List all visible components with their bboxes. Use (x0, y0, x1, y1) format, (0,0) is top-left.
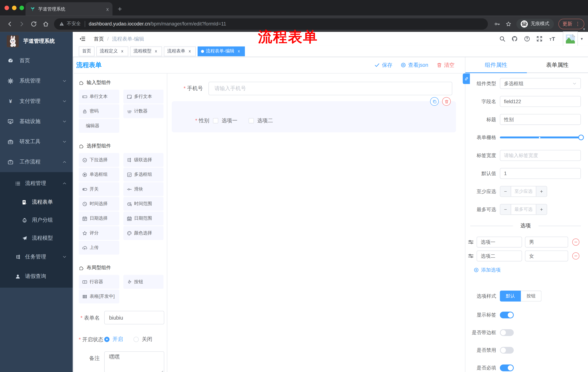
sidebar-fold-icon[interactable] (79, 36, 85, 42)
component-color-picker[interactable]: 颜色选择 (123, 226, 164, 240)
tag-close-icon[interactable]: x (187, 49, 192, 54)
status-radio-on[interactable]: 开启 (104, 336, 123, 343)
component-password[interactable]: 密码 (79, 104, 119, 118)
remove-option-button[interactable] (572, 238, 579, 245)
option1-label-input[interactable] (477, 237, 522, 247)
component-date-picker[interactable]: 日期选择 (79, 212, 119, 225)
disabled-switch[interactable] (500, 347, 514, 354)
sidebar-item-home[interactable]: 首页 (0, 51, 73, 71)
component-rate[interactable]: 评分 (79, 226, 119, 240)
show-label-switch[interactable] (500, 312, 514, 318)
tag-process-model[interactable]: 流程模型 x (130, 46, 162, 56)
form-canvas[interactable]: 手机号 请输入手机号 性 (167, 74, 465, 372)
not-secure-label[interactable]: 不安全 (67, 21, 81, 27)
checkbox-option2[interactable] (249, 118, 254, 123)
not-secure-warning-icon[interactable] (59, 21, 64, 26)
search-icon[interactable] (499, 36, 505, 42)
sidebar-item-leave-query[interactable]: 请假查询 (0, 267, 73, 286)
component-upload[interactable]: 上传 (79, 241, 119, 255)
tab-component-props[interactable]: 组件属性 (465, 57, 527, 73)
clear-button[interactable]: 清空 (436, 62, 454, 68)
bookmark-star-icon[interactable] (505, 21, 512, 27)
tab-form-props[interactable]: 表单属性 (527, 57, 588, 73)
browser-menu-dots-icon[interactable]: ⋮ (575, 21, 580, 27)
form-grid-slider[interactable] (500, 132, 581, 143)
help-question-icon[interactable] (524, 36, 530, 42)
sidebar-item-payment[interactable]: ¥ 支付管理 (0, 91, 73, 111)
browser-tab[interactable]: 芋道管理系统 x (25, 2, 112, 16)
save-button[interactable]: 保存 (374, 62, 392, 68)
form-remark-textarea[interactable]: 嘿嘿 (104, 351, 164, 372)
sidebar-item-task-mgmt[interactable]: 任务管理 (0, 247, 73, 267)
forward-icon[interactable] (18, 20, 25, 27)
sidebar-logo-row[interactable]: 芋道管理系统 (0, 32, 73, 51)
stepper-minus-button[interactable]: − (500, 204, 511, 214)
add-option-button[interactable]: 添加选项 (473, 267, 581, 273)
avatar-caret-icon[interactable]: ▼ (580, 37, 583, 41)
toolbar-caret-icon[interactable]: ▼ (582, 27, 586, 31)
drawer-handle[interactable] (463, 74, 470, 84)
component-switch[interactable]: 开关 (79, 182, 119, 196)
fullscreen-icon[interactable] (536, 36, 543, 42)
tag-close-icon[interactable]: x (153, 49, 159, 54)
phone-field-row[interactable]: 手机号 请输入手机号 (167, 82, 465, 95)
component-editor[interactable]: 编辑器 (79, 119, 119, 133)
form-name-input[interactable] (104, 311, 164, 324)
drag-handle-icon[interactable] (468, 239, 474, 245)
checkbox-option1[interactable] (213, 118, 218, 123)
view-json-button[interactable]: 查看json (401, 62, 428, 68)
component-button[interactable]: 按钮 (123, 275, 164, 289)
sidebar-item-process-mgmt[interactable]: 流程管理 (0, 174, 73, 193)
copy-component-button[interactable] (430, 97, 439, 106)
tag-close-icon[interactable]: x (236, 49, 242, 54)
sidebar-item-user-group[interactable]: 用户分组 (0, 211, 73, 229)
phone-field-input[interactable]: 请输入手机号 (209, 82, 452, 95)
reload-icon[interactable] (30, 20, 37, 27)
component-counter[interactable]: 123计数器 (123, 104, 164, 118)
drag-handle-icon[interactable] (468, 253, 474, 259)
zoom-window-button[interactable] (20, 6, 24, 10)
component-type-select[interactable]: 多选框组 (500, 78, 581, 89)
avatar-broken-image[interactable] (563, 31, 578, 46)
component-time-picker[interactable]: 时间选择 (79, 197, 119, 211)
tab-close-icon[interactable]: x (106, 6, 109, 12)
required-switch[interactable] (500, 364, 514, 371)
field-name-input[interactable] (500, 96, 581, 107)
url-text[interactable]: dashboard.yudao.iocoder.cn/bpm/manager/f… (89, 21, 226, 27)
component-radio-group[interactable]: 单选框组 (79, 168, 119, 181)
close-window-button[interactable] (5, 6, 9, 10)
selected-checkbox-component[interactable]: 性别 选项一 选项二 (172, 101, 456, 132)
option1-value-input[interactable] (525, 237, 568, 247)
component-table[interactable]: 表格[开发中] (79, 289, 119, 303)
sidebar-item-process-form[interactable]: 流程表单 (0, 193, 73, 211)
component-slider[interactable]: 滑块 (123, 182, 164, 196)
component-time-range[interactable]: 时间范围 (123, 197, 164, 211)
option2-label-input[interactable] (477, 250, 522, 261)
component-select[interactable]: 下拉选择 (79, 153, 119, 167)
stepper-minus-button[interactable]: − (500, 186, 511, 197)
stepper-plus-button[interactable]: + (536, 186, 547, 197)
new-tab-button[interactable]: + (118, 2, 122, 16)
sidebar-item-infra[interactable]: 基础设施 (0, 111, 73, 132)
stepper-value[interactable]: 至少应选 (511, 186, 536, 197)
style-button-button[interactable]: 按钮 (521, 291, 541, 302)
component-textarea[interactable]: 多行文本 (123, 90, 164, 103)
component-checkbox-group[interactable]: 多选框组 (123, 168, 164, 181)
breadcrumb-home[interactable]: 首页 (94, 35, 104, 42)
component-text-input[interactable]: 单行文本 (79, 90, 119, 103)
sidebar-item-system[interactable]: 系统管理 (0, 71, 73, 91)
tag-process-definition[interactable]: 流程定义 x (96, 46, 128, 56)
home-icon[interactable] (42, 20, 49, 27)
component-row-container[interactable]: 行容器 (79, 275, 119, 289)
minimize-window-button[interactable] (12, 6, 17, 10)
with-border-switch[interactable] (500, 329, 514, 336)
style-default-button[interactable]: 默认 (500, 291, 521, 302)
default-value-input[interactable] (500, 168, 581, 179)
sidebar-item-process-model[interactable]: 流程模型 (0, 229, 73, 247)
stepper-plus-button[interactable]: + (536, 204, 547, 214)
status-radio-off[interactable]: 关闭 (134, 336, 152, 343)
font-size-icon[interactable]: TT (549, 36, 556, 42)
slider-rail[interactable] (500, 137, 581, 138)
resize-grip-icon[interactable] (160, 370, 164, 372)
label-width-input[interactable] (500, 150, 581, 161)
